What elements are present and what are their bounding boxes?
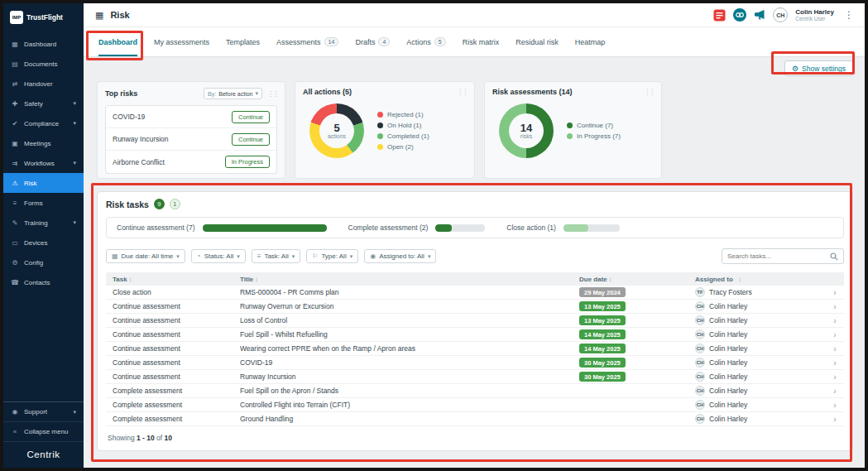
support-icon: ◉ <box>11 408 19 416</box>
row-chevron-icon[interactable]: › <box>826 401 844 410</box>
announcements-icon[interactable] <box>754 9 765 21</box>
table-row[interactable]: Close action RMS-000004 - PR Comms plan … <box>106 286 844 300</box>
filter-type[interactable]: ⚐Type: All▾ <box>306 249 358 263</box>
assignee-avatar: TF <box>695 287 705 297</box>
progress-group: Complete assessment (2) <box>348 223 486 232</box>
sidebar-item-meetings[interactable]: ▣Meetings <box>3 133 84 153</box>
row-chevron-icon[interactable]: › <box>826 302 844 311</box>
top-risk-row[interactable]: Runway Incursion Continue <box>106 128 276 151</box>
sidebar-item-label: Handover <box>24 80 53 88</box>
risk-name: COVID-19 <box>113 113 145 121</box>
show-settings-button[interactable]: ⚙ Show settings <box>784 60 853 76</box>
show-settings-label: Show settings <box>802 65 846 73</box>
top-risk-row[interactable]: COVID-19 Continue <box>106 106 276 128</box>
avatar[interactable]: CH <box>773 7 788 22</box>
sidebar-item-contacts[interactable]: ☎Contacts <box>3 272 84 292</box>
table-row[interactable]: Continue assessment Runway Incursion 30 … <box>106 370 844 384</box>
row-chevron-icon[interactable]: › <box>826 344 844 353</box>
user-menu[interactable]: Colin Harley Centrik User <box>795 8 834 22</box>
forms-icon: ≡ <box>11 199 19 207</box>
sidebar-item-devices[interactable]: ▭Devices <box>3 233 84 252</box>
drag-handle-icon[interactable]: ⋮⋮ <box>267 90 277 98</box>
table-row[interactable]: Complete assessment Controlled Flight in… <box>106 398 844 412</box>
progress-bar <box>435 224 485 232</box>
due-date-badge: 13 May 2025 <box>579 301 626 311</box>
due-date-cell: 30 May 2025 <box>579 372 695 382</box>
alerts-icon[interactable] <box>713 9 726 22</box>
assignee-name: Colin Harley <box>709 401 747 409</box>
top-risk-row[interactable]: Airborne Conflict In Progress <box>106 151 276 173</box>
risk-name: Runway Incursion <box>113 135 169 143</box>
sidebar-item-handover[interactable]: ⇄Handover <box>3 74 84 94</box>
row-chevron-icon[interactable]: › <box>826 288 844 297</box>
legend-item: Continue (7) <box>567 122 621 129</box>
search-input[interactable] <box>727 252 827 260</box>
chevron-down-icon: ▾ <box>73 100 76 107</box>
kebab-menu-icon[interactable]: ⋮ <box>842 9 856 21</box>
filter-status[interactable]: ◔Status: All▾ <box>191 249 246 263</box>
sidebar-item-forms[interactable]: ≡Forms <box>3 193 84 213</box>
row-chevron-icon[interactable]: › <box>826 358 844 368</box>
filter-label: Assigned to: All <box>379 252 424 260</box>
due-date-badge: 13 May 2025 <box>579 315 626 325</box>
row-chevron-icon[interactable]: › <box>826 330 844 339</box>
tab-residual-risk[interactable]: Residual risk <box>516 27 559 56</box>
risk-status-button[interactable]: Continue <box>232 111 270 123</box>
column-header-due-date[interactable]: Due date↕ <box>579 276 695 283</box>
filter-task[interactable]: ≡Task: All▾ <box>252 249 301 263</box>
card-title: Risk assessments (14) <box>492 88 573 96</box>
app-logo[interactable]: IMP TrustFlight <box>3 3 84 34</box>
sidebar-item-documents[interactable]: ▤Documents <box>3 54 84 74</box>
actions-legend: Rejected (1) On Hold (1) Completed (1) O… <box>377 111 429 151</box>
assignee-avatar: CH <box>695 414 705 424</box>
table-row[interactable]: Complete assessment Fuel Spill on the Ap… <box>106 384 844 398</box>
sidebar-item-workflows[interactable]: ⇉Workflows▾ <box>3 153 84 173</box>
column-header-task[interactable]: Task↕ <box>106 276 240 283</box>
drag-handle-icon[interactable]: ⋮⋮ <box>644 89 654 96</box>
collapse-menu-button[interactable]: «Collapse menu <box>3 422 84 442</box>
tab-label: Dashboard <box>98 38 137 46</box>
link-icon[interactable] <box>733 8 746 22</box>
table-row[interactable]: Continue assessment COVID-19 30 May 2025… <box>106 356 844 370</box>
chevron-down-icon: ▾ <box>237 253 240 260</box>
column-header-title[interactable]: Title↕ <box>240 276 579 283</box>
tab-actions[interactable]: Actions5 <box>406 27 445 56</box>
tab-templates[interactable]: Templates <box>226 27 260 56</box>
filter-assigned-to[interactable]: ◉Assigned to: All▾ <box>364 249 436 263</box>
risk-status-button[interactable]: Continue <box>232 133 270 146</box>
assignee-name: Colin Harley <box>709 415 747 423</box>
sidebar-item-risk[interactable]: ⚠Risk <box>3 173 84 193</box>
tab-dashboard[interactable]: Dashboard <box>98 27 137 56</box>
row-chevron-icon[interactable]: › <box>826 316 844 325</box>
tab-heatmap[interactable]: Heatmap <box>575 27 606 56</box>
sidebar-item-support[interactable]: ◉Support▾ <box>3 402 84 422</box>
filter-due-date[interactable]: ▦Due date: All time▾ <box>106 249 185 263</box>
sidebar-footer: ◉Support▾ «Collapse menu <box>3 401 84 442</box>
tab-risk-matrix[interactable]: Risk matrix <box>463 27 500 56</box>
drag-handle-icon[interactable]: ⋮⋮ <box>457 89 467 96</box>
sidebar-item-compliance[interactable]: ✔Compliance▾ <box>3 113 84 133</box>
column-header-assigned-to[interactable]: Assigned to↕ <box>695 276 826 283</box>
table-row[interactable]: Continue assessment Fuel Spill - Whilst … <box>106 328 844 342</box>
tab-assessments[interactable]: Assessments14 <box>276 27 338 56</box>
row-chevron-icon[interactable]: › <box>826 387 844 396</box>
sidebar-item-safety[interactable]: ✚Safety▾ <box>3 94 84 113</box>
table-row[interactable]: Continue assessment Loss of Control 13 M… <box>106 314 844 328</box>
by-filter-dropdown[interactable]: By: Before action ▾ <box>204 88 262 99</box>
app-window: IMP TrustFlight ▦Dashboard ▤Documents ⇄H… <box>0 0 868 471</box>
sidebar-item-dashboard[interactable]: ▦Dashboard <box>3 34 84 54</box>
table-row[interactable]: Continue assessment Wearing correct PPRE… <box>106 342 844 356</box>
table-row[interactable]: Complete assessment Ground Handling CHCo… <box>106 412 844 426</box>
chevron-down-icon: ▾ <box>428 253 431 260</box>
sidebar-item-training[interactable]: ✎Training▾ <box>3 213 84 233</box>
assignee-cell: CHColin Harley <box>695 358 826 368</box>
row-chevron-icon[interactable]: › <box>826 372 844 382</box>
risk-status-button[interactable]: In Progress <box>225 156 270 168</box>
due-date-cell: 29 May 2024 <box>579 287 695 297</box>
chevron-down-icon: ▾ <box>73 120 76 127</box>
sidebar-item-config[interactable]: ⚙Config <box>3 252 84 272</box>
tab-my-assessments[interactable]: My assessments <box>154 27 209 56</box>
tab-drafts[interactable]: Drafts4 <box>355 27 390 56</box>
row-chevron-icon[interactable]: › <box>826 415 844 424</box>
table-row[interactable]: Continue assessment Runway Overrun or Ex… <box>106 300 844 314</box>
